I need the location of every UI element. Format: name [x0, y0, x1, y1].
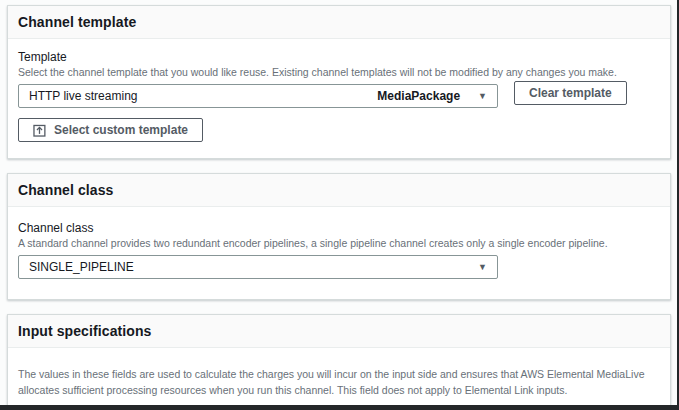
input-specifications-description: The values in these fields are used to c… — [18, 366, 660, 399]
template-field-label: Template — [18, 50, 660, 64]
channel-template-body: Template Select the channel template tha… — [8, 39, 670, 158]
channel-class-field-description: A standard channel provides two redundan… — [18, 237, 660, 249]
import-template-icon — [33, 124, 46, 137]
channel-class-header: Channel class — [8, 174, 670, 207]
channel-class-select-value: SINGLE_PIPELINE — [29, 260, 478, 274]
channel-class-card: Channel class Channel class A standard c… — [7, 173, 671, 300]
template-field-description: Select the channel template that you wou… — [18, 66, 660, 78]
input-specifications-header: Input specifications — [8, 315, 670, 348]
chevron-down-icon: ▼ — [478, 92, 487, 101]
clear-template-button-label: Clear template — [529, 86, 612, 100]
channel-class-field-label: Channel class — [18, 221, 660, 235]
channel-setup-page: Channel template Template Select the cha… — [0, 0, 677, 410]
template-select-secondary-value: MediaPackage — [377, 89, 460, 103]
select-custom-template-button[interactable]: Select custom template — [18, 118, 203, 142]
channel-template-card: Channel template Template Select the cha… — [7, 5, 671, 159]
channel-class-body: Channel class A standard channel provide… — [8, 207, 670, 299]
channel-class-select[interactable]: SINGLE_PIPELINE ▼ — [18, 255, 498, 279]
template-select[interactable]: HTTP live streaming MediaPackage ▼ — [18, 84, 498, 108]
select-custom-template-button-label: Select custom template — [54, 123, 188, 137]
window-bottom-edge — [0, 405, 677, 410]
channel-template-header: Channel template — [8, 6, 670, 39]
chevron-down-icon: ▼ — [478, 263, 487, 272]
channel-template-title: Channel template — [18, 14, 660, 30]
channel-class-title: Channel class — [18, 182, 660, 198]
template-select-value: HTTP live streaming — [29, 89, 377, 103]
input-specifications-card: Input specifications The values in these… — [7, 314, 671, 410]
input-specifications-title: Input specifications — [18, 323, 660, 339]
input-specifications-body: The values in these fields are used to c… — [8, 348, 670, 410]
clear-template-button[interactable]: Clear template — [514, 81, 627, 105]
